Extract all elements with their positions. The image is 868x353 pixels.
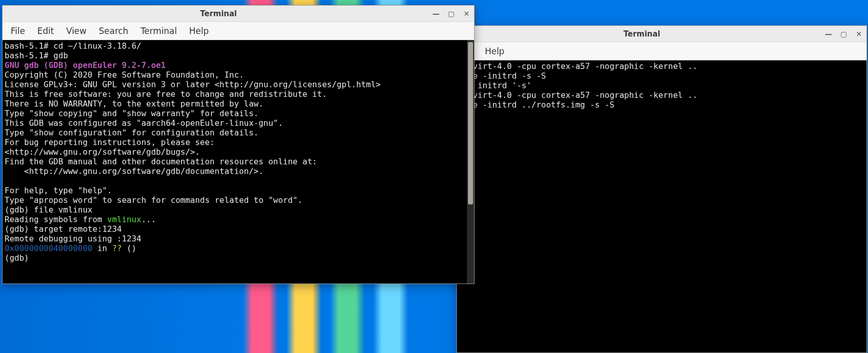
menubar: File Edit View Search Terminal Help <box>3 22 474 40</box>
window-title: Terminal <box>6 6 431 22</box>
close-icon[interactable]: ✕ <box>462 9 471 18</box>
menubar: al Help <box>457 42 866 60</box>
scrollbar[interactable] <box>467 40 474 284</box>
menu-terminal[interactable]: Terminal <box>140 26 177 36</box>
terminal-window-gdb[interactable]: Terminal — ▢ ✕ File Edit View Search Ter… <box>2 5 475 284</box>
terminal-output: 64 -M virt-4.0 -cpu cortex-a57 -nographi… <box>457 60 866 112</box>
close-icon[interactable]: ✕ <box>854 29 863 39</box>
scrollbar-thumb[interactable] <box>468 42 473 204</box>
terminal-body[interactable]: 64 -M virt-4.0 -cpu cortex-a57 -nographi… <box>457 60 866 352</box>
menu-help[interactable]: Help <box>189 26 209 36</box>
menu-view[interactable]: View <box>66 26 86 36</box>
minimize-icon[interactable]: — <box>824 29 833 39</box>
maximize-icon[interactable]: ▢ <box>447 9 456 18</box>
terminal-output: bash-5.1# cd ~/linux-3.18.6/ bash-5.1# g… <box>3 40 474 265</box>
titlebar[interactable]: Terminal — ▢ ✕ <box>3 6 474 22</box>
desktop: Terminal — ▢ ✕ al Help 64 -M virt-4.0 -c… <box>0 0 868 353</box>
window-title: Terminal <box>460 26 824 42</box>
titlebar[interactable]: Terminal — ▢ ✕ <box>457 26 866 42</box>
menu-search[interactable]: Search <box>99 26 128 36</box>
menu-edit[interactable]: Edit <box>37 26 54 36</box>
menu-file[interactable]: File <box>11 26 25 36</box>
maximize-icon[interactable]: ▢ <box>839 29 848 39</box>
terminal-window-qemu[interactable]: Terminal — ▢ ✕ al Help 64 -M virt-4.0 -c… <box>456 25 867 353</box>
minimize-icon[interactable]: — <box>431 9 441 18</box>
terminal-body[interactable]: bash-5.1# cd ~/linux-3.18.6/ bash-5.1# g… <box>3 40 474 284</box>
menu-help[interactable]: Help <box>485 46 504 56</box>
